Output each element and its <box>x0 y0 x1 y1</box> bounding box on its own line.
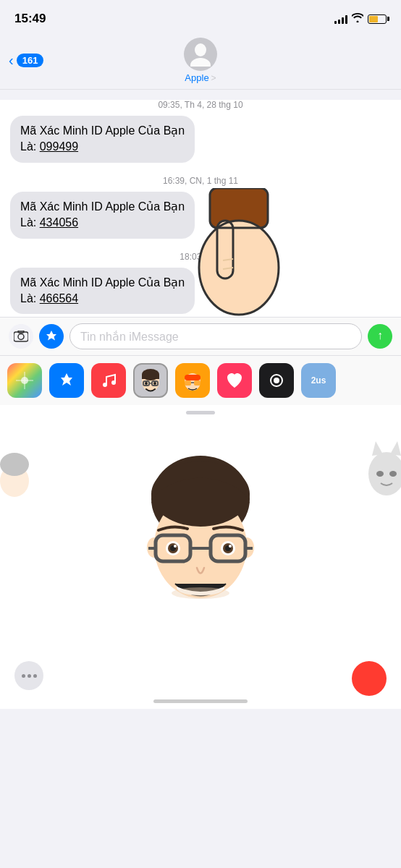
status-icons <box>334 13 387 25</box>
more-button[interactable] <box>14 661 43 690</box>
contact-header[interactable]: Apple > <box>184 38 217 83</box>
camera-button[interactable] <box>9 324 33 349</box>
more-dots-icon <box>22 674 37 678</box>
input-placeholder: Tin nhắn iMessage <box>80 330 179 344</box>
message-bubble-3: Mã Xác Minh ID Apple Của BạnLà: 466564 <box>0 268 401 318</box>
chevron-right-icon: > <box>211 73 216 83</box>
message-bubble-2: Mã Xác Minh ID Apple Của BạnLà: 434056 <box>0 192 401 242</box>
status-time: 15:49 <box>14 12 46 26</box>
svg-rect-25 <box>185 375 200 380</box>
tray-sticker1-icon[interactable] <box>175 363 210 398</box>
tray-extra-icon[interactable]: 2us <box>301 363 336 398</box>
svg-point-51 <box>172 587 229 599</box>
avatar <box>184 38 217 71</box>
home-indicator <box>153 699 248 703</box>
tray-photos-icon[interactable] <box>7 363 42 398</box>
memoji-right <box>361 434 401 509</box>
svg-point-1 <box>190 58 211 67</box>
code-link-3[interactable]: 466564 <box>40 292 78 305</box>
send-button[interactable]: ↑ <box>368 324 392 349</box>
svg-rect-27 <box>194 380 200 386</box>
status-bar: 15:49 <box>0 0 401 32</box>
wifi-icon <box>352 13 363 25</box>
svg-point-0 <box>195 43 206 56</box>
message-text-3: Mã Xác Minh ID Apple Của BạnLà: 466564 <box>10 268 195 315</box>
back-badge[interactable]: 161 <box>17 54 44 67</box>
tray-memoji-selected-icon[interactable] <box>133 363 168 398</box>
svg-point-14 <box>103 383 107 387</box>
code-link-2[interactable]: 434056 <box>40 216 78 229</box>
tray-sticker3-icon[interactable] <box>259 363 294 398</box>
svg-point-53 <box>376 471 384 477</box>
svg-point-54 <box>389 471 397 477</box>
appstore-button[interactable] <box>39 324 64 349</box>
back-button[interactable]: ‹ 161 <box>9 52 43 69</box>
message-text-2: Mã Xác Minh ID Apple Của BạnLà: 434056 <box>10 192 195 239</box>
svg-point-23 <box>153 382 156 385</box>
battery-icon <box>368 14 387 24</box>
svg-point-46 <box>174 545 177 548</box>
message-text-1: Mã Xác Minh ID Apple Của BạnLà: 099499 <box>10 116 195 163</box>
tray-sticker2-icon[interactable] <box>217 363 252 398</box>
nav-bar: ‹ 161 Apple > <box>0 32 401 90</box>
tray-music-icon[interactable] <box>91 363 126 398</box>
app-tray: 2us <box>0 355 401 405</box>
message-bubble-1: Mã Xác Minh ID Apple Của BạnLà: 099499 <box>0 116 401 166</box>
svg-point-22 <box>145 382 148 385</box>
memoji-main <box>128 445 273 626</box>
timestamp-1: 09:35, Th 4, 28 thg 10 <box>0 100 401 110</box>
signal-icon <box>334 14 347 24</box>
svg-point-30 <box>274 378 279 383</box>
drag-indicator <box>186 411 215 414</box>
timestamp-2: 16:39, CN, 1 thg 11 <box>0 176 401 186</box>
memoji-panel <box>0 405 401 651</box>
record-button[interactable] <box>352 661 387 696</box>
timestamp-3: 18:03, CN, <box>0 252 401 262</box>
svg-point-50 <box>229 545 232 548</box>
back-chevron-icon: ‹ <box>9 52 14 69</box>
message-input[interactable]: Tin nhắn iMessage <box>69 323 362 349</box>
input-bar: Tin nhắn iMessage ↑ <box>0 317 401 355</box>
tray-appstore-icon[interactable] <box>49 363 84 398</box>
svg-rect-26 <box>185 380 191 386</box>
svg-point-32 <box>0 453 29 476</box>
contact-name[interactable]: Apple > <box>185 72 216 83</box>
code-link-1[interactable]: 099499 <box>40 140 78 153</box>
dot-3 <box>33 674 37 678</box>
memoji-left <box>0 448 36 509</box>
svg-rect-18 <box>142 375 159 379</box>
messages-container: 09:35, Th 4, 28 thg 10 Mã Xác Minh ID Ap… <box>0 100 401 317</box>
svg-point-15 <box>111 380 116 385</box>
dot-1 <box>22 674 25 678</box>
send-icon: ↑ <box>377 329 383 342</box>
dot-2 <box>28 674 31 678</box>
svg-point-11 <box>18 334 24 340</box>
bottom-bar <box>0 651 401 709</box>
